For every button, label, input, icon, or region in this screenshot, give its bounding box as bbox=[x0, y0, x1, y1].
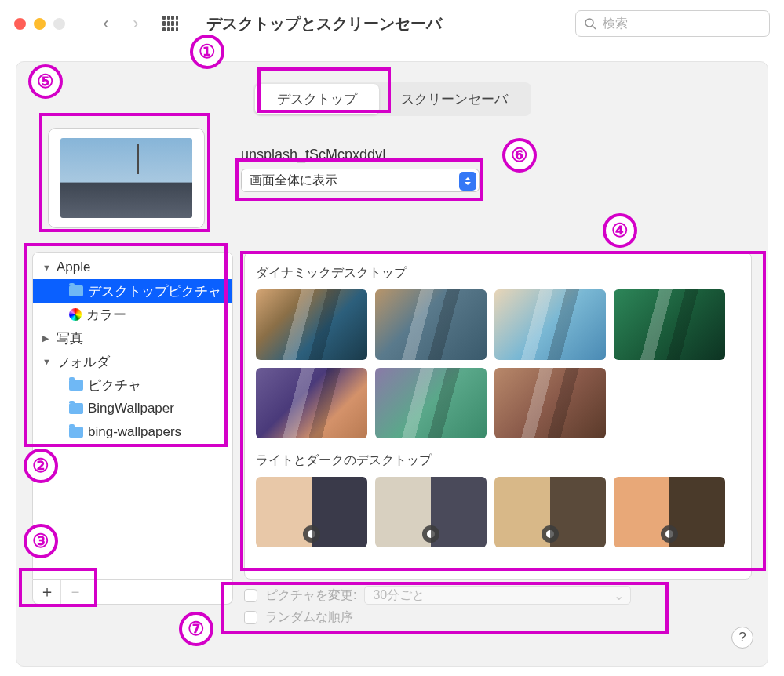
close-button[interactable] bbox=[14, 18, 26, 30]
svg-point-0 bbox=[585, 19, 593, 27]
wallpaper-thumb[interactable] bbox=[256, 368, 367, 438]
source-sidebar: ▼Apple デスクトップピクチャ カラー ▶写真 ▼フォルダ ピクチャ Bin… bbox=[32, 252, 233, 580]
search-input[interactable]: 検索 bbox=[575, 10, 770, 37]
random-order-checkbox bbox=[244, 611, 257, 624]
color-wheel-icon bbox=[69, 308, 82, 321]
appearance-icon bbox=[542, 525, 559, 543]
help-button[interactable]: ? bbox=[731, 627, 753, 649]
wallpaper-thumb[interactable] bbox=[494, 477, 606, 547]
tree-group-folders[interactable]: ▼フォルダ bbox=[33, 350, 232, 373]
minimize-button[interactable] bbox=[34, 18, 46, 30]
wallpaper-thumb[interactable] bbox=[375, 289, 487, 360]
chevron-updown-icon bbox=[459, 172, 476, 191]
change-options: ピクチャを変更: 30分ごと ランダムな順序 bbox=[244, 584, 720, 628]
tree-group-apple[interactable]: ▼Apple bbox=[33, 256, 232, 279]
wallpaper-thumb[interactable] bbox=[375, 477, 487, 547]
fit-mode-select[interactable]: 画面全体に表示 bbox=[241, 169, 480, 192]
callout-3: ③ bbox=[24, 524, 58, 558]
content-pane: デスクトップ スクリーンセーバ unsplash_tScMcpxddyI 画面全… bbox=[16, 61, 768, 667]
tab-desktop[interactable]: デスクトップ bbox=[255, 84, 379, 114]
preview-image bbox=[60, 138, 192, 218]
appearance-icon bbox=[661, 525, 678, 543]
wallpaper-name: unsplash_tScMcpxddyI bbox=[241, 147, 386, 163]
wallpaper-thumb[interactable] bbox=[614, 289, 725, 360]
appearance-icon bbox=[303, 525, 320, 543]
tree-item-folder[interactable]: ピクチャ bbox=[33, 373, 232, 397]
tree-item-folder[interactable]: bing-wallpapers bbox=[33, 420, 232, 444]
callout-1: ① bbox=[190, 35, 224, 69]
wallpaper-preview bbox=[48, 128, 205, 228]
callout-5: ⑤ bbox=[28, 64, 63, 99]
tree-item-desktop-pictures[interactable]: デスクトップピクチャ bbox=[33, 279, 232, 303]
traffic-lights bbox=[14, 18, 65, 30]
change-picture-checkbox[interactable] bbox=[244, 589, 257, 602]
callout-2: ② bbox=[24, 449, 58, 483]
search-icon bbox=[584, 17, 596, 30]
section-header-dynamic: ダイナミックデスクトップ bbox=[256, 265, 740, 282]
folder-icon bbox=[69, 403, 83, 414]
wallpaper-thumb[interactable] bbox=[494, 368, 606, 438]
back-button[interactable]: ‹ bbox=[95, 13, 117, 35]
folder-icon bbox=[69, 285, 83, 296]
folder-icon bbox=[69, 380, 83, 391]
wallpaper-thumb[interactable] bbox=[614, 477, 725, 547]
appearance-icon bbox=[422, 525, 439, 543]
add-folder-button[interactable]: ＋ bbox=[33, 580, 61, 604]
callout-4: ④ bbox=[603, 213, 637, 248]
wallpaper-thumb[interactable] bbox=[375, 368, 487, 438]
search-placeholder: 検索 bbox=[603, 16, 628, 32]
random-order-label: ランダムな順序 bbox=[265, 609, 353, 626]
zoom-button[interactable] bbox=[53, 18, 65, 30]
wallpaper-thumb[interactable] bbox=[256, 289, 367, 360]
titlebar: ‹ › デスクトップとスクリーンセーバ 検索 bbox=[0, 0, 784, 47]
tree-item-colors[interactable]: カラー bbox=[33, 303, 232, 326]
add-remove-bar: ＋ － bbox=[32, 580, 233, 605]
wallpaper-gallery[interactable]: ダイナミックデスクトップ ライトとダークのデスクトップ bbox=[244, 252, 752, 580]
tree-group-photos[interactable]: ▶写真 bbox=[33, 326, 232, 350]
wallpaper-thumb[interactable] bbox=[494, 289, 606, 360]
wallpaper-thumb[interactable] bbox=[256, 477, 367, 547]
tab-group: デスクトップ スクリーンセーバ bbox=[253, 82, 531, 116]
remove-folder-button: － bbox=[61, 580, 89, 604]
callout-6: ⑥ bbox=[502, 138, 537, 173]
change-picture-label: ピクチャを変更: bbox=[265, 587, 356, 604]
grid-icon bbox=[162, 16, 178, 31]
tree-item-folder[interactable]: BingWallpaper bbox=[33, 397, 232, 420]
folder-icon bbox=[69, 427, 83, 438]
svg-line-1 bbox=[593, 26, 596, 29]
change-interval-select: 30分ごと bbox=[364, 586, 631, 605]
tab-screensaver[interactable]: スクリーンセーバ bbox=[379, 84, 530, 114]
show-all-button[interactable] bbox=[159, 13, 181, 35]
window-title: デスクトップとスクリーンセーバ bbox=[206, 13, 567, 35]
callout-7: ⑦ bbox=[179, 612, 213, 646]
section-header-lightdark: ライトとダークのデスクトップ bbox=[256, 452, 740, 469]
forward-button: › bbox=[125, 13, 147, 35]
